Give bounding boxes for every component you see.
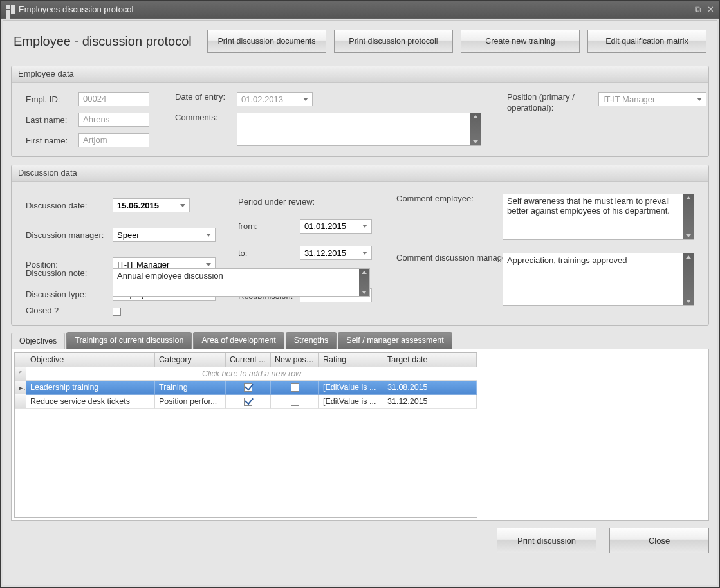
page-title: Employee - discussion protocol [14,34,192,49]
chevron-down-icon [303,98,308,101]
title-bar: Employees discussion protocol ⧉ ✕ [1,1,719,18]
new-row-star-icon: * [15,367,26,380]
last-name-field: Ahrens [78,113,149,127]
checkbox[interactable] [244,398,252,406]
grid-header: Objective Category Current ... New posit… [15,353,477,367]
closed-label: Closed ? [26,306,113,315]
employee-discussion-window: Employees discussion protocol ⧉ ✕ Employ… [0,0,720,588]
scrollbar[interactable] [683,253,694,305]
tab-objectives[interactable]: Objectives [11,333,65,349]
chevron-down-icon[interactable] [362,225,367,228]
cell-objective[interactable]: Leadership training [26,381,155,395]
disc-date-label: Discussion date: [26,201,113,210]
employee-data-header: Employee data [12,66,708,83]
window-title: Employees discussion protocol [19,5,133,14]
col-newpos[interactable]: New positi... [271,353,319,367]
window-icon [6,5,15,14]
tab-development[interactable]: Area of development [193,332,284,349]
to-label: to: [238,248,300,258]
cell-target[interactable]: 31.12.2015 [383,395,477,409]
chevron-down-icon[interactable] [206,263,211,266]
to-field[interactable]: 31.12.2015 [300,246,372,260]
empl-id-label: Empl. ID: [26,95,78,104]
comment-employee-field[interactable]: Self awareness that he must learn to pre… [503,194,694,240]
disc-manager-label: Discussion manager: [26,230,113,240]
cell-rating[interactable]: [EditValue is ... [319,381,383,395]
print-discussion-button[interactable]: Print discussion [497,528,596,553]
closed-checkbox[interactable] [113,308,121,316]
col-rating[interactable]: Rating [319,353,383,367]
tab-assessment[interactable]: Self / manager assessment [338,332,452,349]
disc-note-label: Discussion note: [26,268,113,278]
col-current[interactable]: Current ... [226,353,271,367]
cell-current[interactable] [226,395,271,409]
col-target[interactable]: Target date [383,353,477,367]
emp-comments-field[interactable] [237,113,481,146]
disc-type-label: Discussion type: [26,289,113,299]
chevron-down-icon[interactable] [180,204,185,207]
checkbox[interactable] [244,383,252,392]
scrollbar[interactable] [470,113,481,145]
emp-position-field: IT-IT Manager [598,92,706,106]
chevron-down-icon[interactable] [206,234,211,237]
chevron-down-icon [697,98,702,101]
cell-rating[interactable]: [EditValue is ... [319,395,383,409]
cell-objective[interactable]: Reduce service desk tickets [26,395,155,409]
cell-current[interactable] [226,381,271,395]
table-row[interactable]: ▸Leadership trainingTraining[EditValue i… [15,381,477,395]
tab-strengths[interactable]: Strengths [286,332,337,349]
first-name-field: Artjom [78,133,149,147]
objectives-grid-panel: Objective Category Current ... New posit… [11,349,709,521]
scrollbar[interactable] [683,194,694,239]
comment-employee-label: Comment employee: [396,194,503,203]
empl-id-field: 00024 [78,92,149,106]
print-protocol-button[interactable]: Print discussion protocoll [334,30,453,53]
row-handle: ▸ [15,381,26,395]
from-field[interactable]: 01.01.2015 [300,219,372,234]
scrollbar[interactable] [359,269,369,296]
period-label: Period under review: [238,197,377,207]
comment-manager-label: Comment discussion manager [396,253,503,262]
close-button[interactable]: Close [609,528,709,553]
disc-note-field[interactable]: Annual employee discussion [113,268,370,297]
col-category[interactable]: Category [155,353,226,367]
tab-strip: Objectives Trainings of current discussi… [11,332,709,349]
cell-category[interactable]: Position perfor... [155,395,226,409]
cell-newpos[interactable] [271,381,319,395]
row-handle [15,395,26,409]
disc-date-field[interactable]: 15.06.2015 [113,198,190,212]
employee-data-group: Employee data Empl. ID: 00024 Last name:… [11,66,709,157]
first-name-label: First name: [26,136,78,145]
date-entry-field: 01.02.2013 [237,92,313,106]
emp-comments-label: Comments: [175,113,237,122]
restore-icon[interactable]: ⧉ [695,5,701,15]
col-objective[interactable]: Objective [26,353,155,367]
close-icon[interactable]: ✕ [707,5,714,14]
date-entry-label: Date of entry: [175,92,237,102]
emp-position-label: Position (primary / operational): [507,92,591,114]
checkbox[interactable] [291,383,299,392]
discussion-data-header: Discussion data [12,165,708,182]
grid-new-row[interactable]: * Click here to add a new row [15,367,477,381]
edit-matrix-button[interactable]: Edit qualification matrix [587,30,706,53]
discussion-data-group: Discussion data Discussion date: 15.06.2… [11,165,709,326]
disc-manager-field[interactable]: Speer [113,228,216,242]
last-name-label: Last name: [26,115,78,125]
cell-category[interactable]: Training [155,381,226,395]
cell-newpos[interactable] [271,395,319,409]
tab-trainings[interactable]: Trainings of current discussion [66,332,192,349]
print-documents-button[interactable]: Print discussion documents [207,30,326,53]
comment-manager-field[interactable]: Appreciation, trainings approved [503,253,694,306]
create-training-button[interactable]: Create new training [461,30,580,53]
cell-target[interactable]: 31.08.2015 [383,381,477,395]
chevron-down-icon[interactable] [362,252,367,255]
objectives-grid[interactable]: Objective Category Current ... New posit… [14,352,477,518]
from-label: from: [238,221,300,231]
checkbox[interactable] [291,398,299,406]
table-row[interactable]: Reduce service desk ticketsPosition perf… [15,395,477,409]
